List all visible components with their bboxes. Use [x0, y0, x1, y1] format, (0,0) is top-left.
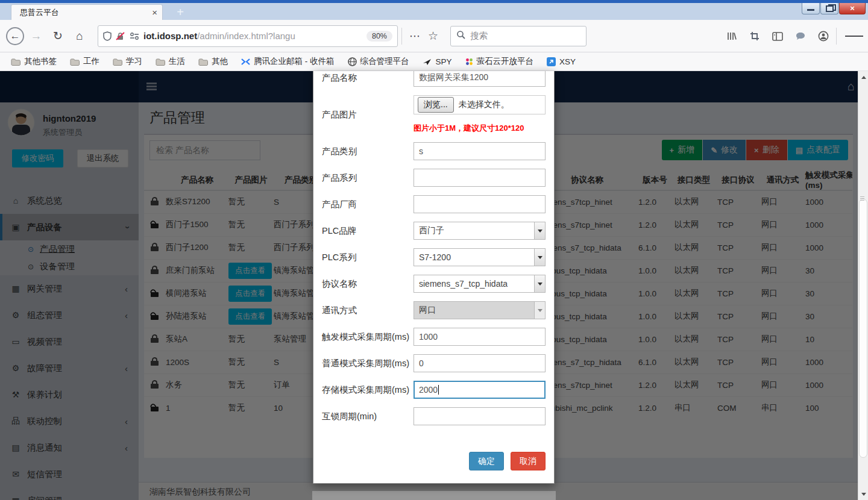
bookmark-item[interactable]: 其他 — [195, 54, 231, 69]
folder-icon — [11, 58, 20, 66]
form-field-row: 产品类别 s — [322, 142, 546, 160]
chat-bubble-icon[interactable] — [791, 27, 810, 45]
bookmark-label: 腾讯企业邮箱 - 收件箱 — [254, 56, 335, 67]
form-field-row: 互锁周期(min) — [322, 407, 546, 425]
screenshot-icon[interactable] — [746, 27, 764, 45]
url-text: iot.idosp.net/admin/index.html?langu — [143, 31, 366, 41]
search-icon — [456, 30, 465, 42]
bookmark-item[interactable]: SPY — [419, 55, 456, 68]
form-field-row: PLC品牌 西门子 — [322, 222, 546, 240]
input-产品厂商[interactable] — [414, 195, 546, 213]
page-actions-icon[interactable]: ⋯ — [406, 30, 424, 43]
window-close-button[interactable]: × — [839, 3, 866, 14]
browse-button[interactable]: 浏览... — [418, 97, 454, 113]
select-PLC品牌[interactable]: 西门子 — [414, 222, 546, 240]
reload-button[interactable]: ↻ — [48, 27, 68, 46]
bookmark-item[interactable]: 工作 — [66, 54, 103, 69]
bookmark-item[interactable]: 生活 — [152, 54, 189, 69]
bookmark-label: 生活 — [169, 56, 185, 67]
vertical-scrollbar[interactable] — [858, 71, 868, 500]
folder-icon — [156, 58, 165, 66]
bookmark-label: SPY — [436, 57, 452, 66]
chevron-down-icon[interactable] — [534, 222, 545, 239]
window-controls: × — [801, 3, 866, 14]
select-PLC系列[interactable]: S7-1200 — [414, 248, 546, 266]
chevron-down-icon[interactable] — [534, 249, 545, 266]
back-button[interactable]: ← — [6, 27, 24, 45]
browser-titlebar: 思普云平台 × + × — [0, 0, 868, 20]
form-field-row: 产品图片 浏览...未选择文件。图片小于1M，建议尺寸120*120 — [322, 95, 546, 134]
field-label: PLC品牌 — [322, 225, 414, 237]
scrollbar-thumb[interactable] — [859, 199, 867, 458]
bookmark-item[interactable]: 综合管理平台 — [344, 54, 413, 69]
bookmark-item[interactable]: 学习 — [109, 54, 146, 69]
forward-button[interactable]: → — [27, 27, 46, 46]
input-普通模式采集周期(ms)[interactable]: 0 — [414, 354, 546, 372]
sidebars-icon[interactable] — [769, 27, 787, 45]
select-协议名称[interactable]: siemens_s7_tcp_hidata — [414, 275, 546, 293]
input-互锁周期(min)[interactable] — [414, 407, 546, 425]
form-field-row: PLC系列 S7-1200 — [322, 248, 546, 266]
insecure-lock-icon[interactable] — [116, 32, 125, 40]
form-field-row: 触发模式采集周期(ms) 1000 — [322, 328, 546, 346]
permissions-icon[interactable] — [130, 33, 139, 40]
account-icon[interactable] — [814, 27, 832, 45]
xsy-icon — [547, 57, 556, 66]
chevron-down-icon[interactable] — [534, 302, 545, 319]
scrollbar-grip — [860, 196, 864, 202]
file-input[interactable]: 浏览...未选择文件。 — [414, 95, 546, 114]
zoom-level-badge[interactable]: 80% — [366, 31, 392, 42]
bookmark-item[interactable]: 萤石云开放平台 — [462, 54, 538, 69]
browser-navbar: ← → ↻ ⌂ iot.idosp.net/admin/index.html?l… — [0, 20, 868, 52]
tab-close-icon[interactable]: × — [152, 8, 157, 17]
bookmark-label: 其他书签 — [24, 56, 57, 67]
input-触发模式采集周期(ms)[interactable]: 1000 — [414, 328, 546, 346]
window-minimize-button[interactable] — [802, 3, 820, 14]
bookmark-item[interactable]: 腾讯企业邮箱 - 收件箱 — [237, 54, 338, 69]
form-field-row: 协议名称 siemens_s7_tcp_hidata — [322, 275, 546, 293]
scroll-up-icon[interactable] — [858, 71, 868, 81]
folder-icon — [198, 58, 208, 66]
field-label: 协议名称 — [322, 278, 414, 290]
scroll-down-icon[interactable] — [858, 490, 868, 500]
tencent-mail-icon — [241, 58, 250, 66]
new-tab-button[interactable]: + — [171, 5, 189, 20]
field-label: 产品系列 — [322, 172, 414, 184]
search-placeholder: 搜索 — [470, 30, 488, 42]
modal-lower-strip — [312, 491, 556, 500]
field-label: 产品厂商 — [322, 199, 414, 210]
cancel-button[interactable]: 取消 — [511, 452, 546, 470]
browser-search-bar[interactable]: 搜索 — [450, 26, 587, 46]
select-通讯方式[interactable]: 网口 — [414, 301, 546, 319]
field-label: PLC系列 — [322, 252, 414, 263]
url-bar[interactable]: iot.idosp.net/admin/index.html?langu 80% — [98, 25, 398, 47]
browser-tab[interactable]: 思普云平台 × — [11, 4, 163, 20]
confirm-button[interactable]: 确定 — [469, 452, 504, 470]
form-field-row: 产品名称 数据网关采集1200 — [322, 71, 546, 87]
tab-title: 思普云平台 — [20, 7, 152, 18]
window-restore-button[interactable] — [820, 3, 838, 14]
page-viewport: ⌂ hignton2019 系统管理员 修改密码 退出系统 ⌂ 系统总览 ▣ 产… — [0, 71, 868, 500]
menu-hamburger-icon[interactable] — [845, 27, 863, 45]
library-icon[interactable] — [723, 27, 741, 45]
input-产品类别[interactable]: s — [414, 142, 546, 160]
divider — [401, 28, 402, 45]
bookmark-label: XSY — [559, 57, 576, 66]
input-产品系列[interactable] — [414, 169, 546, 187]
field-label: 普通模式采集周期(ms) — [322, 358, 414, 369]
chevron-down-icon[interactable] — [534, 275, 545, 292]
bookmark-item[interactable]: XSY — [543, 55, 579, 68]
screen: 思普云平台 × + × ← → ↻ ⌂ iot.idosp.net/admin/… — [0, 0, 868, 500]
home-button[interactable]: ⌂ — [70, 27, 89, 46]
bookmark-item[interactable]: 其他书签 — [7, 54, 60, 69]
form-field-row: 产品系列 — [322, 169, 546, 187]
input-存储模式采集周期(ms)[interactable]: 2000 — [414, 381, 546, 399]
no-file-text: 未选择文件。 — [459, 99, 509, 110]
image-size-hint: 图片小于1M，建议尺寸120*120 — [414, 123, 546, 134]
input-产品名称[interactable]: 数据网关采集1200 — [414, 71, 546, 87]
bookmark-star-icon[interactable]: ☆ — [424, 29, 442, 43]
form-field-row: 通讯方式 网口 — [322, 301, 546, 319]
tracking-protection-icon[interactable] — [103, 31, 112, 41]
bookmark-label: 萤石云开放平台 — [477, 56, 534, 67]
bookmark-label: 其他 — [212, 56, 228, 67]
